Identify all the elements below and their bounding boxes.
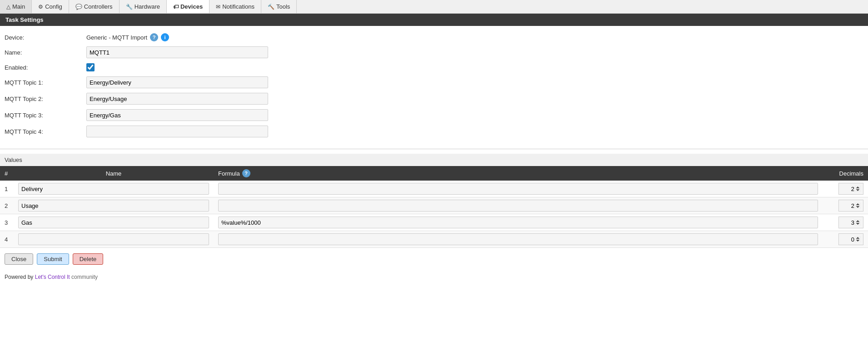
mqtt-topic3-row: MQTT Topic 3: [0, 107, 868, 123]
nav-label-main: Main [12, 3, 25, 10]
mqtt-topic4-input[interactable] [86, 126, 268, 137]
device-value-row: Generic - MQTT Import ? i [86, 33, 169, 41]
row-num-1: 1 [0, 181, 14, 197]
close-button[interactable]: Close [5, 253, 33, 265]
row-name-input-1[interactable] [18, 183, 209, 195]
devices-icon: 🏷 [173, 4, 179, 10]
controllers-icon: 💬 [75, 4, 82, 10]
row-formula-input-4[interactable] [218, 233, 818, 245]
action-buttons-row: Close Submit Delete [0, 248, 868, 270]
footer-link[interactable]: Let's Control It [35, 274, 70, 280]
name-input[interactable] [86, 46, 268, 58]
formula-help-icon[interactable]: ? [242, 169, 250, 177]
values-table-header-row: # Name Formula ? Decimals [0, 166, 868, 181]
nav-item-hardware[interactable]: 🔧 Hardware [120, 0, 167, 13]
task-settings-form: Device: Generic - MQTT Import ? i Name: … [0, 26, 868, 144]
row-decimals-input-4[interactable] [838, 233, 863, 245]
mqtt-topic1-label: MQTT Topic 1: [5, 79, 86, 86]
mqtt-topic2-label: MQTT Topic 2: [5, 96, 86, 102]
row-name-cell-1 [14, 181, 214, 197]
footer: Powered by Let's Control It community [0, 270, 868, 284]
col-header-formula: Formula ? [214, 166, 823, 181]
mqtt-topic1-input[interactable] [86, 76, 268, 88]
row-name-cell-2 [14, 197, 214, 214]
nav-item-main[interactable]: △ Main [0, 0, 32, 13]
row-decimals-cell-4 [823, 231, 868, 248]
row-name-input-3[interactable] [18, 217, 209, 228]
row-decimals-cell-3 [823, 214, 868, 231]
config-icon: ⚙ [38, 4, 43, 10]
row-formula-input-1[interactable] [218, 183, 818, 195]
row-name-input-4[interactable] [18, 233, 209, 245]
device-label: Device: [5, 34, 86, 41]
section-divider [0, 149, 868, 149]
device-help-icon[interactable]: ? [150, 33, 158, 41]
device-row: Device: Generic - MQTT Import ? i [0, 30, 868, 44]
mqtt-topic3-input[interactable] [86, 109, 268, 121]
nav-label-devices: Devices [180, 3, 203, 10]
hardware-icon: 🔧 [126, 4, 133, 10]
row-num-4: 4 [0, 231, 14, 248]
nav-item-tools[interactable]: 🔨 Tools [261, 0, 297, 13]
enabled-row: Enabled: [0, 60, 868, 74]
row-decimals-cell-1 [823, 181, 868, 197]
col-header-decimals: Decimals [823, 166, 868, 181]
table-row: 2 [0, 197, 868, 214]
delete-button[interactable]: Delete [73, 253, 104, 265]
row-decimals-input-1[interactable] [838, 183, 863, 195]
table-row: 3 [0, 214, 868, 231]
row-name-input-2[interactable] [18, 200, 209, 212]
nav-item-controllers[interactable]: 💬 Controllers [69, 0, 120, 13]
nav-label-hardware: Hardware [135, 3, 160, 10]
row-decimals-input-3[interactable] [838, 217, 863, 228]
mqtt-topic4-row: MQTT Topic 4: [0, 123, 868, 140]
nav-bar: △ Main ⚙ Config 💬 Controllers 🔧 Hardware… [0, 0, 868, 14]
table-row: 4 [0, 231, 868, 248]
row-formula-cell-1 [214, 181, 823, 197]
footer-community-text: community [70, 274, 98, 280]
row-decimals-cell-2 [823, 197, 868, 214]
nav-item-notifications[interactable]: ✉ Notifications [210, 0, 261, 13]
nav-item-config[interactable]: ⚙ Config [32, 0, 69, 13]
values-section-label: Values [0, 154, 868, 166]
col-header-num: # [0, 166, 14, 181]
enabled-checkbox[interactable] [86, 63, 95, 71]
mqtt-topic2-row: MQTT Topic 2: [0, 91, 868, 107]
notifications-icon: ✉ [216, 4, 220, 10]
col-header-name: Name [14, 166, 214, 181]
mqtt-topic4-label: MQTT Topic 4: [5, 128, 86, 135]
name-label: Name: [5, 49, 86, 56]
footer-powered-text: Powered by [5, 274, 35, 280]
row-formula-cell-2 [214, 197, 823, 214]
nav-item-devices[interactable]: 🏷 Devices [167, 0, 210, 13]
row-formula-input-3[interactable] [218, 217, 818, 228]
nav-label-tools: Tools [276, 3, 290, 10]
row-formula-cell-4 [214, 231, 823, 248]
row-formula-cell-3 [214, 214, 823, 231]
row-name-cell-3 [14, 214, 214, 231]
device-info-icon[interactable]: i [161, 33, 169, 41]
name-row: Name: [0, 44, 868, 60]
row-num-3: 3 [0, 214, 14, 231]
task-settings-header: Task Settings [0, 14, 868, 26]
nav-label-config: Config [45, 3, 62, 10]
mqtt-topic1-row: MQTT Topic 1: [0, 74, 868, 91]
row-formula-input-2[interactable] [218, 200, 818, 212]
row-decimals-input-2[interactable] [838, 200, 863, 212]
nav-label-notifications: Notifications [222, 3, 254, 10]
table-row: 1 [0, 181, 868, 197]
enabled-label: Enabled: [5, 64, 86, 71]
mqtt-topic3-label: MQTT Topic 3: [5, 112, 86, 119]
tools-icon: 🔨 [268, 4, 274, 10]
submit-button[interactable]: Submit [37, 253, 69, 265]
device-value: Generic - MQTT Import [86, 34, 147, 41]
row-name-cell-4 [14, 231, 214, 248]
main-icon: △ [6, 4, 10, 10]
row-num-2: 2 [0, 197, 14, 214]
mqtt-topic2-input[interactable] [86, 93, 268, 105]
nav-label-controllers: Controllers [84, 3, 113, 10]
values-table: # Name Formula ? Decimals 1 2 [0, 166, 868, 248]
